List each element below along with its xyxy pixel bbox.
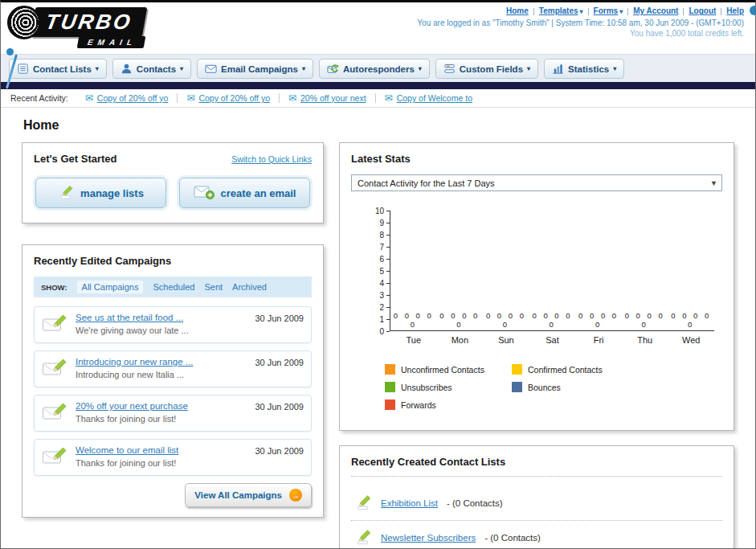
top-link-logout[interactable]: Logout (689, 6, 716, 15)
tab-statistics[interactable]: Statistics ▾ (544, 59, 624, 79)
chart-value-labels: 0 0 0 0 0 (622, 311, 668, 329)
legend-label: Forwards (401, 400, 436, 410)
filter-all-campaigns[interactable]: All Campaigns (77, 281, 144, 293)
nav-divider-bar (1, 82, 755, 89)
chart-x-tick-label: Thu (622, 335, 668, 345)
turbine-icon (7, 6, 41, 39)
campaign-row[interactable]: Welcome to our email list Thanks for joi… (34, 439, 312, 476)
campaign-title-link[interactable]: See us at the retail food ... (76, 313, 247, 322)
tab-custom-fields[interactable]: Custom Fields ▾ (435, 59, 538, 79)
manage-lists-label: manage lists (80, 187, 144, 199)
custom-fields-icon (443, 63, 456, 75)
chart-x-tick-label: Sun (483, 335, 529, 345)
top-header: TURBO EMAIL HomeTemplates▾Forms▾My Accou… (1, 2, 755, 54)
contact-lists-title: Recently Created Contact Lists (351, 456, 722, 477)
turbo-email-logo: TURBO EMAIL (7, 6, 145, 48)
campaign-subtitle: Introducing our new Italia ... (76, 370, 247, 379)
stats-filter-dropdown[interactable]: Contact Activity for the Last 7 Days ▼ (351, 174, 722, 191)
legend-label: Bounces (528, 383, 561, 392)
antenna-dot-decoration (6, 48, 14, 55)
contact-list-link[interactable]: Exhibition List (381, 498, 438, 508)
recent-activity-item: ✉ Copy of 20% off yo (178, 93, 280, 103)
campaign-row[interactable]: See us at the retail food ... We're givi… (34, 306, 312, 343)
legend-label: Unconfirmed Contacts (401, 365, 484, 375)
campaign-title-link[interactable]: Welcome to our email list (76, 445, 247, 455)
recent-activity-link[interactable]: Copy of Welcome to (397, 93, 472, 103)
recent-activity-link[interactable]: Copy of 20% off yo (198, 93, 270, 103)
legend-item: Forwards (385, 399, 512, 410)
chart-value-labels: 0 0 0 0 0 (437, 311, 484, 329)
tab-contacts[interactable]: Contacts ▾ (112, 59, 191, 79)
tab-autoresponders[interactable]: Autoresponders ▾ (319, 59, 430, 79)
campaigns-title: Recently Edited Campaigns (34, 255, 312, 267)
recent-activity-link[interactable]: Copy of 20% off yo (97, 93, 169, 103)
chevron-down-icon: ▾ (180, 65, 183, 72)
recent-campaigns-panel: Recently Edited Campaigns SHOW: All Camp… (22, 244, 324, 518)
separator (588, 8, 589, 15)
chart-value-labels: 0 0 0 0 0 (529, 311, 576, 329)
contact-list-row[interactable]: Newsletter Subscribers - (0 Contacts) (351, 521, 722, 549)
filter-scheduled[interactable]: Scheduled (153, 282, 194, 292)
logo-main-text: TURBO (31, 7, 148, 37)
pencil-icon (58, 184, 74, 203)
contact-list-row[interactable]: Exhibition List - (0 Contacts) (351, 486, 722, 521)
latest-stats-panel: Latest Stats Contact Activity for the La… (339, 142, 734, 431)
recent-activity-item: ✉ Copy of 20% off yo (76, 93, 178, 103)
chart-legend: Unconfirmed ContactsConfirmed ContactsUn… (385, 364, 722, 417)
stats-filter-value: Contact Activity for the Last 7 Days (358, 178, 495, 188)
campaign-title-link[interactable]: 20% off your next purchase (76, 401, 247, 411)
statistics-icon (552, 63, 564, 75)
login-info: You are logged in as "Timothy Smith" | S… (417, 18, 744, 27)
envelope-icon: ✉ (186, 93, 194, 103)
pencil-icon (354, 528, 372, 547)
tab-label: Statistics (568, 64, 609, 74)
chevron-down-icon: ▾ (619, 8, 623, 15)
contact-list-link[interactable]: Newsletter Subscribers (381, 533, 476, 543)
tab-email-campaigns[interactable]: Email Campaigns ▾ (197, 59, 313, 79)
top-link-my-account[interactable]: My Account (633, 6, 678, 15)
create-email-button[interactable]: create an email (179, 178, 310, 208)
legend-swatch (385, 399, 395, 410)
top-link-help[interactable]: Help (726, 6, 744, 15)
filter-archived[interactable]: Archived (232, 282, 267, 292)
separator (627, 8, 628, 15)
envelope-pencil-icon (42, 357, 67, 381)
legend-label: Confirmed Contacts (528, 365, 603, 375)
chevron-down-icon: ▾ (613, 65, 616, 72)
view-all-campaigns-button[interactable]: View All Campaigns → (185, 483, 312, 507)
top-link-templates[interactable]: Templates▾ (539, 6, 583, 15)
legend-swatch (512, 382, 522, 392)
filter-sent[interactable]: Sent (204, 282, 223, 292)
top-link-home[interactable]: Home (506, 6, 529, 15)
chart-value-labels: 0 0 0 0 0 (483, 311, 529, 329)
campaign-title-link[interactable]: Introducing our new range ... (76, 357, 247, 367)
contacts-icon (121, 63, 133, 75)
campaign-row[interactable]: Introducing our new range ... Introducin… (34, 350, 312, 387)
contact-lists-icon (17, 63, 29, 75)
recent-activity-link[interactable]: 20% off your next (300, 93, 366, 103)
chevron-down-icon: ▾ (96, 65, 99, 72)
switch-quick-links-link[interactable]: Switch to Quick Links (231, 154, 312, 164)
top-link-forms[interactable]: Forms▾ (594, 6, 623, 15)
manage-lists-button[interactable]: manage lists (35, 178, 166, 208)
legend-swatch (385, 382, 395, 392)
envelope-plus-icon (194, 184, 215, 203)
tab-label: Email Campaigns (221, 64, 298, 74)
top-link-label: Templates (539, 6, 578, 15)
recent-activity-label: Recent Activity: (10, 93, 68, 103)
chart-x-tick-label: Wed (668, 335, 714, 345)
main-nav: Contact Lists ▾ Contacts ▾ Email Campaig… (1, 54, 755, 82)
envelope-icon: ✉ (85, 93, 93, 103)
get-started-title: Let's Get Started (34, 153, 117, 165)
chart-value-labels: 0 0 0 0 0 (390, 311, 437, 329)
tab-contact-lists[interactable]: Contact Lists ▾ (9, 59, 107, 79)
campaign-row[interactable]: 20% off your next purchase Thanks for jo… (34, 395, 312, 432)
latest-stats-title: Latest Stats (351, 153, 722, 165)
separator (721, 8, 721, 15)
chevron-down-icon: ▾ (302, 65, 305, 72)
chart-y-axis: 109876543210 (369, 211, 390, 331)
separator (683, 8, 684, 15)
campaign-subtitle: Thanks for joining our list! (76, 414, 247, 424)
campaign-date: 30 Jun 2009 (255, 446, 304, 456)
main-content: Let's Get Started Switch to Quick Links … (1, 142, 755, 549)
